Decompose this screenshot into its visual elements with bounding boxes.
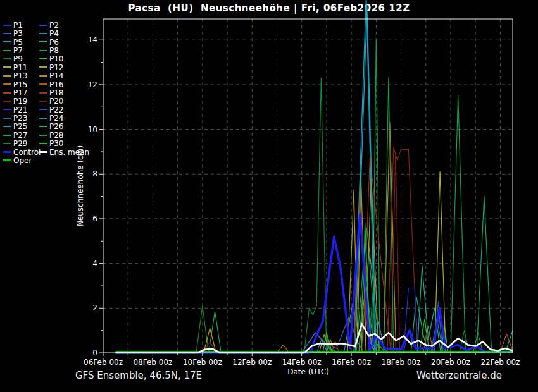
wetterzentrale-ensemble-plot: Pacsa (HU) Neuschneehöhe | Fri, 06Feb202… — [0, 0, 538, 392]
series-line-p30 — [116, 223, 513, 353]
series-line-p9 — [116, 78, 513, 353]
series-line-p8 — [116, 40, 513, 353]
y-tick-label: 14 — [88, 35, 97, 44]
y-tick-label: 8 — [92, 169, 97, 178]
series-line-p10 — [116, 319, 513, 353]
x-tick-label: 18Feb 00z — [382, 358, 421, 367]
plot-frame — [103, 19, 513, 353]
y-tick-label: 0 — [92, 348, 97, 357]
series-line-p25 — [116, 6, 513, 353]
y-tick-label: 4 — [92, 259, 97, 268]
y-tick-label: 10 — [88, 125, 97, 134]
y-tick-label: 12 — [88, 80, 97, 89]
series-line-p24 — [116, 322, 513, 353]
series-line-p14 — [116, 123, 513, 353]
y-tick-label: 2 — [92, 303, 97, 312]
chart-svg: 0246810121406Feb 00z08Feb 00z10Feb 00z12… — [0, 0, 538, 392]
x-axis-title: Date (UTC) — [287, 367, 329, 376]
series-line-p5 — [116, 0, 513, 353]
x-tick-label: 16Feb 00z — [332, 358, 371, 367]
x-tick-label: 08Feb 00z — [133, 358, 172, 367]
x-tick-label: 12Feb 00z — [232, 358, 272, 367]
series-line-p19 — [116, 147, 513, 353]
x-tick-label: 20Feb 00z — [431, 358, 470, 367]
x-tick-label: 22Feb 00z — [480, 358, 520, 367]
series-line-control — [116, 214, 513, 353]
y-axis-title: Neuschneehöhe (cm) — [76, 145, 85, 226]
x-tick-label: 14Feb 00z — [282, 358, 322, 367]
x-tick-label: 06Feb 00z — [84, 358, 123, 367]
watermark-label: Wetterzentrale.de — [416, 370, 502, 381]
series-line-ens-mean — [116, 324, 513, 353]
series-line-p20 — [116, 152, 513, 353]
chart-area: 0246810121406Feb 00z08Feb 00z10Feb 00z12… — [0, 0, 538, 392]
x-tick-label: 10Feb 00z — [183, 358, 222, 367]
model-info-label: GFS Ensemble, 46.5N, 17E — [75, 370, 202, 381]
y-tick-label: 6 — [92, 214, 97, 223]
